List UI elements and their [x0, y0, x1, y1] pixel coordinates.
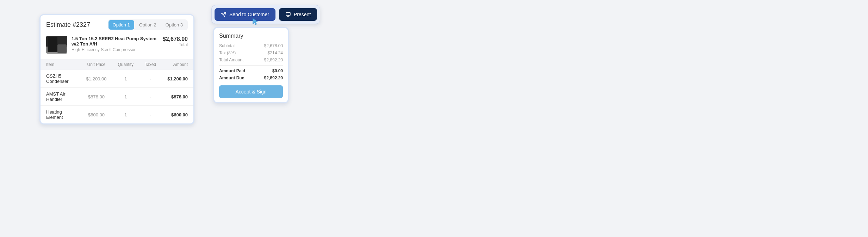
tab-option-2[interactable]: Option 2: [135, 20, 161, 30]
present-label: Present: [294, 12, 311, 17]
product-name: 1.5 Ton 15.2 SEER2 Heat Pump System w/2 …: [72, 36, 159, 47]
item-unit-price: $878.00: [81, 88, 112, 106]
col-amount: Amount: [162, 59, 193, 70]
item-taxed: -: [139, 106, 162, 124]
item-amount: $600.00: [162, 106, 193, 124]
summary-subtotal: Subtotal $2,678.00: [219, 43, 283, 48]
paid-label: Amount Paid: [219, 68, 245, 73]
send-icon: [221, 12, 227, 17]
item-unit-price: $1,200.00: [81, 70, 112, 88]
product-subtitle: High-Efficiency Scroll Compressor: [72, 47, 159, 52]
send-to-customer-button[interactable]: Send to Customer: [215, 8, 275, 21]
tax-label: Tax (8%): [219, 50, 236, 55]
product-info: 1.5 Ton 15.2 SEER2 Heat Pump System w/2 …: [72, 36, 159, 52]
item-name: Heating Element: [41, 106, 81, 124]
table-row: GSZH5 Condenser $1,200.00 1 - $1,200.00: [41, 70, 193, 88]
table-row: AMST Air Handler $878.00 1 - $878.00: [41, 88, 193, 106]
item-amount: $878.00: [162, 88, 193, 106]
accept-sign-button[interactable]: Accept & Sign: [219, 85, 283, 98]
present-button[interactable]: Present: [279, 8, 317, 21]
tab-option-3[interactable]: Option 3: [161, 20, 187, 30]
due-value: $2,892.20: [264, 75, 283, 80]
item-taxed: -: [139, 70, 162, 88]
item-quantity: 1: [112, 106, 139, 124]
table-row: Heating Element $600.00 1 - $600.00: [41, 106, 193, 124]
summary-divider: [219, 65, 283, 66]
summary-due: Amount Due $2,892.20: [219, 75, 283, 80]
due-label: Amount Due: [219, 75, 244, 80]
options-tabs: Option 1 Option 2 Option 3: [108, 19, 188, 30]
item-name: GSZH5 Condenser: [41, 70, 81, 88]
col-quantity: Quantity: [112, 59, 139, 70]
present-icon: [285, 12, 291, 17]
item-taxed: -: [139, 88, 162, 106]
total-label: Total Amount: [219, 57, 243, 62]
subtotal-label: Subtotal: [219, 43, 235, 48]
item-quantity: 1: [112, 70, 139, 88]
total-value: $2,892.20: [264, 57, 283, 62]
subtotal-value: $2,678.00: [264, 43, 283, 48]
col-unit-price: Unit Price: [81, 59, 112, 70]
product-total: $2,678.00 Total: [163, 36, 188, 47]
product-total-amount: $2,678.00: [163, 36, 188, 42]
col-item: Item: [41, 59, 81, 70]
item-name: AMST Air Handler: [41, 88, 81, 106]
product-total-label: Total: [163, 42, 188, 47]
summary-card: Summary Subtotal $2,678.00 Tax (8%) $214…: [213, 27, 289, 103]
summary-total: Total Amount $2,892.20: [219, 57, 283, 62]
estimate-header: Estimate #2327 Option 1 Option 2 Option …: [41, 15, 193, 33]
tax-value: $214.24: [268, 50, 283, 55]
estimate-card: Estimate #2327 Option 1 Option 2 Option …: [39, 14, 194, 124]
summary-paid: Amount Paid $0.00: [219, 68, 283, 73]
item-quantity: 1: [112, 88, 139, 106]
estimate-title: Estimate #2327: [46, 21, 90, 29]
svg-rect-2: [286, 13, 290, 16]
product-row: 1.5 Ton 15.2 SEER2 Heat Pump System w/2 …: [41, 33, 193, 59]
actions-panel: Send to Customer Present: [211, 5, 320, 24]
summary-tax: Tax (8%) $214.24: [219, 50, 283, 55]
col-taxed: Taxed: [139, 59, 162, 70]
item-amount: $1,200.00: [162, 70, 193, 88]
tab-option-1[interactable]: Option 1: [108, 20, 134, 30]
items-table: Item Unit Price Quantity Taxed Amount GS…: [41, 59, 193, 123]
send-label: Send to Customer: [229, 12, 269, 17]
item-unit-price: $600.00: [81, 106, 112, 124]
paid-value: $0.00: [272, 68, 283, 73]
summary-title: Summary: [219, 33, 283, 39]
product-image: [46, 36, 67, 54]
items-header: Item Unit Price Quantity Taxed Amount: [41, 59, 193, 70]
